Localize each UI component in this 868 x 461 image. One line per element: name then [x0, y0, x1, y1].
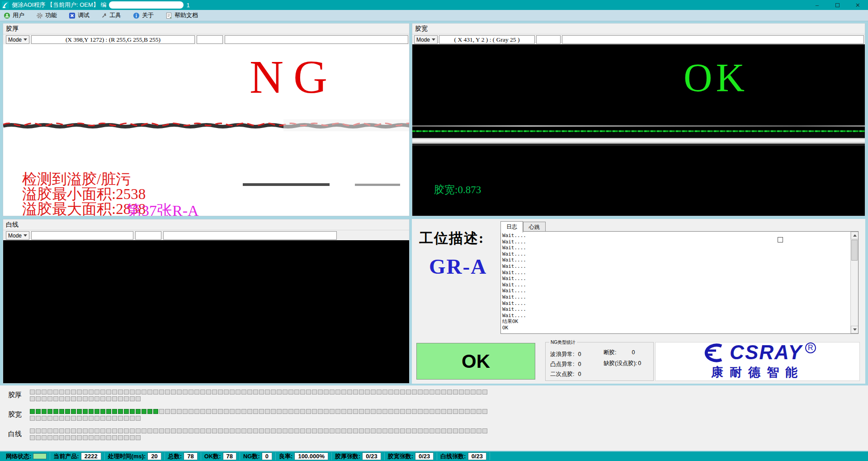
glue-width-measure: 胶宽:0.873	[434, 183, 481, 197]
progress-square	[324, 428, 329, 433]
white-line-image[interactable]	[3, 240, 409, 383]
log-entry[interactable]: Wait....	[502, 270, 858, 276]
progress-square	[371, 409, 376, 414]
progress-square	[136, 416, 141, 421]
progress-square	[412, 409, 417, 414]
log-entry[interactable]: Wait....	[502, 282, 858, 288]
glue-width-toolbar: Mode ( X 431, Y 2 ) : ( Gray 25 )	[412, 35, 865, 45]
progress-square	[112, 428, 117, 433]
title-bar: 侧涂AOI程序 【当前用户: OEM】 编 1 – ✕	[0, 0, 868, 10]
progress-square	[394, 409, 399, 414]
progress-square	[382, 390, 387, 394]
log-entry[interactable]: Wait....	[502, 288, 858, 294]
mode-dropdown[interactable]: Mode	[6, 231, 29, 240]
glue-stripe-edge	[412, 144, 865, 146]
log-entry[interactable]: Wait....	[502, 251, 858, 257]
frame-tag-text: 第37张R-A	[126, 200, 199, 216]
pixel-coords-readout[interactable]	[31, 231, 133, 240]
value-box-wide[interactable]	[163, 231, 337, 240]
progress-square	[94, 409, 99, 414]
tab-log[interactable]: 日志	[500, 221, 523, 233]
progress-square	[388, 390, 393, 394]
log-entry[interactable]: Wait....	[502, 233, 858, 239]
status-label: 白线张数:	[440, 452, 466, 461]
progress-square	[130, 435, 135, 440]
close-button[interactable]: ✕	[848, 0, 868, 10]
progress-square	[59, 416, 64, 421]
progress-square	[118, 416, 123, 421]
value-box-small[interactable]	[536, 35, 561, 44]
progress-square	[77, 390, 82, 394]
glue-thickness-image[interactable]: NG 检测到溢胶/脏污 溢胶最小面积:2538 溢胶最大面积:2838 第37张…	[3, 44, 409, 216]
menu-item-debug[interactable]: 调试	[69, 11, 90, 19]
progress-square	[418, 409, 423, 414]
log-entry[interactable]: Wait....	[502, 294, 858, 300]
progress-square	[53, 435, 58, 440]
progress-square	[453, 390, 458, 394]
menu-item-about[interactable]: 关于	[133, 11, 154, 19]
progress-square	[359, 409, 364, 414]
progress-square	[136, 428, 141, 433]
mode-dropdown[interactable]: Mode	[414, 35, 438, 44]
log-entry[interactable]: Wait....	[502, 276, 858, 282]
stat-bump: 凸点异常:0	[550, 361, 581, 368]
scroll-down-button[interactable]	[851, 326, 859, 333]
menu-item-user[interactable]: 用户	[4, 11, 24, 19]
value-box-small[interactable]	[135, 231, 161, 240]
minimize-button[interactable]: –	[807, 0, 827, 10]
glue-width-panel: 胶宽 Mode ( X 431, Y 2 ) : ( Gray 25 ) OK …	[412, 23, 865, 216]
progress-square	[194, 409, 199, 414]
progress-square	[136, 396, 141, 401]
progress-square	[271, 409, 276, 414]
pixel-coords-readout[interactable]: ( X 431, Y 2 ) : ( Gray 25 )	[439, 35, 535, 44]
progress-square	[106, 428, 111, 433]
progress-square	[42, 390, 47, 394]
progress-square	[124, 390, 129, 394]
log-entry[interactable]: Wait....	[502, 306, 858, 313]
mode-dropdown[interactable]: Mode	[6, 35, 29, 44]
menu-item-help[interactable]: 帮助文档	[165, 11, 198, 19]
progress-square	[476, 409, 481, 414]
scroll-up-button[interactable]	[851, 232, 859, 239]
log-entry[interactable]: 结果OK	[502, 318, 858, 325]
progress-square	[65, 428, 70, 433]
status-item: 良率:100.000%	[276, 452, 332, 460]
white-line-toolbar: Mode	[3, 231, 409, 241]
status-item-network: 网络状态:	[3, 452, 50, 460]
progress-square	[406, 409, 411, 414]
station-desc-value: GR-A	[429, 254, 487, 279]
menu-item-tools[interactable]: 工具	[101, 11, 121, 19]
log-checkbox[interactable]	[778, 237, 783, 242]
progress-square	[200, 428, 205, 433]
log-entry[interactable]: Wait....	[502, 313, 858, 319]
log-entry[interactable]: Wait....	[502, 263, 858, 270]
overall-result-button[interactable]: OK	[416, 343, 535, 380]
app-window: 侧涂AOI程序 【当前用户: OEM】 编 1 – ✕ 用户 功能	[0, 0, 868, 461]
menu-item-function[interactable]: 功能	[36, 11, 57, 19]
maximize-button[interactable]	[827, 0, 848, 10]
progress-square	[177, 390, 182, 394]
value-box-small[interactable]	[197, 35, 223, 44]
log-entry[interactable]: OK	[502, 325, 858, 331]
progress-square	[47, 396, 52, 401]
log-entry[interactable]: Wait....	[502, 245, 858, 251]
value-box-wide[interactable]	[562, 35, 864, 44]
pixel-coords-readout[interactable]: (X 398,Y 1272) : (R 255,G 255,B 255)	[31, 35, 195, 44]
progress-square	[312, 409, 317, 414]
glue-width-image[interactable]: OK 胶宽:0.873	[412, 44, 865, 216]
progress-square	[124, 435, 129, 440]
progress-row	[30, 388, 488, 395]
progress-square	[241, 409, 246, 414]
log-entry[interactable]: Wait....	[502, 257, 858, 263]
progress-square	[183, 390, 188, 394]
progress-square	[335, 428, 340, 433]
log-entry[interactable]: Wait....	[502, 239, 858, 245]
scroll-thumb[interactable]	[851, 240, 858, 261]
log-entry[interactable]: Wait....	[502, 300, 858, 307]
log-list[interactable]: Wait....Wait....Wait....Wait....Wait....…	[500, 231, 859, 334]
status-value: 0/23	[468, 452, 486, 460]
window-controls: – ✕	[807, 0, 868, 10]
progress-square	[142, 409, 146, 414]
log-scrollbar[interactable]	[850, 232, 858, 333]
value-box-wide[interactable]	[225, 35, 408, 44]
